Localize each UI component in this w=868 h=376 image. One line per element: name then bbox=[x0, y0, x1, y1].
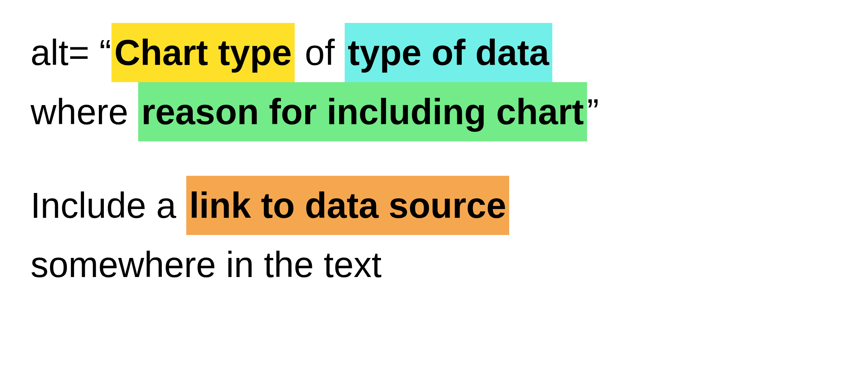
alt-prefix: alt= “ bbox=[31, 32, 111, 73]
include-a: Include a bbox=[31, 185, 186, 225]
link-to-data-source-highlight: link to data source bbox=[186, 176, 510, 235]
alt-closequote: ” bbox=[587, 92, 599, 132]
reason-highlight: reason for including chart bbox=[138, 82, 587, 141]
data-source-line-2: somewhere in the text bbox=[31, 235, 837, 294]
alt-where: where bbox=[31, 92, 138, 132]
data-source-line-1: Include a link to data source bbox=[31, 176, 837, 235]
alt-text-formula-block: alt= “Chart type of type of data where r… bbox=[31, 23, 837, 141]
alt-text-line-2: where reason for including chart” bbox=[31, 82, 837, 141]
alt-of: of bbox=[295, 32, 345, 73]
alt-text-line-1: alt= “Chart type of type of data bbox=[31, 23, 837, 82]
chart-type-highlight: Chart type bbox=[111, 23, 295, 82]
type-of-data-highlight: type of data bbox=[345, 23, 552, 82]
data-source-block: Include a link to data source somewhere … bbox=[31, 176, 837, 294]
